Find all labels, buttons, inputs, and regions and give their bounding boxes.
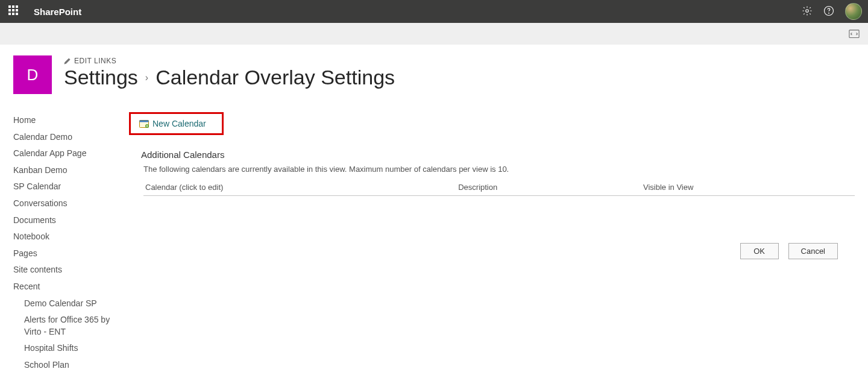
chevron-right-icon: › — [145, 72, 148, 83]
ok-button[interactable]: OK — [740, 243, 779, 259]
nav-item-notebook[interactable]: Notebook — [13, 229, 122, 245]
nav-item-sp-calendar[interactable]: SP Calendar — [13, 178, 122, 195]
breadcrumb-current: Calendar Overlay Settings — [156, 66, 395, 89]
breadcrumb: Settings › Calendar Overlay Settings — [64, 66, 395, 89]
calendars-table: Calendar (click to edit) Description Vis… — [143, 180, 855, 196]
new-calendar-highlight: New Calendar — [129, 112, 224, 135]
nav-item-kanban-demo[interactable]: Kanban Demo — [13, 162, 122, 179]
nav-item-calendar-app-page[interactable]: Calendar App Page — [13, 145, 122, 162]
svg-point-0 — [806, 9, 809, 12]
section-description: The following calendars are currently av… — [143, 165, 855, 174]
settings-gear-icon[interactable] — [802, 5, 813, 18]
ribbon-area — [0, 23, 868, 45]
action-buttons: OK Cancel — [130, 243, 838, 259]
quick-launch-nav: Home Calendar Demo Calendar App Page Kan… — [13, 112, 128, 372]
nav-item-conversations[interactable]: Conversations — [13, 195, 122, 212]
svg-point-2 — [829, 13, 829, 13]
main-content: New Calendar Additional Calendars The fo… — [128, 112, 855, 372]
edit-links-button[interactable]: EDIT LINKS — [64, 57, 395, 65]
nav-item-documents[interactable]: Documents — [13, 212, 122, 229]
brand-label[interactable]: SharePoint — [34, 7, 81, 17]
calendar-add-icon — [139, 119, 149, 128]
nav-recent-demo-calendar-sp[interactable]: Demo Calendar SP — [24, 295, 122, 312]
nav-recent-school-plan[interactable]: School Plan — [24, 357, 122, 372]
site-logo[interactable]: D — [13, 55, 52, 94]
col-header-visible: Visible in View — [641, 180, 855, 196]
nav-item-pages[interactable]: Pages — [13, 245, 122, 262]
user-avatar[interactable] — [845, 3, 862, 20]
pencil-icon — [64, 58, 71, 65]
nav-item-site-contents[interactable]: Site contents — [13, 262, 122, 279]
svg-rect-5 — [140, 121, 149, 122]
col-header-description: Description — [456, 180, 641, 196]
app-launcher-icon[interactable] — [8, 5, 20, 17]
edit-links-label: EDIT LINKS — [74, 57, 116, 65]
breadcrumb-root[interactable]: Settings — [64, 66, 138, 89]
focus-content-icon[interactable] — [849, 30, 860, 38]
help-icon[interactable] — [823, 5, 834, 18]
nav-item-home[interactable]: Home — [13, 112, 122, 129]
new-calendar-link[interactable]: New Calendar — [153, 119, 206, 128]
suite-bar: SharePoint — [0, 0, 868, 23]
col-header-calendar: Calendar (click to edit) — [143, 180, 456, 196]
cancel-button[interactable]: Cancel — [788, 243, 838, 259]
nav-item-calendar-demo[interactable]: Calendar Demo — [13, 129, 122, 146]
nav-recent-alerts-virto[interactable]: Alerts for Office 365 by Virto - ENT — [24, 312, 122, 340]
page-header: D EDIT LINKS Settings › Calendar Overlay… — [13, 55, 855, 94]
nav-item-recent[interactable]: Recent — [13, 279, 122, 295]
nav-recent-hospital-shifts[interactable]: Hospital Shifts — [24, 340, 122, 357]
section-title: Additional Calendars — [141, 150, 855, 160]
